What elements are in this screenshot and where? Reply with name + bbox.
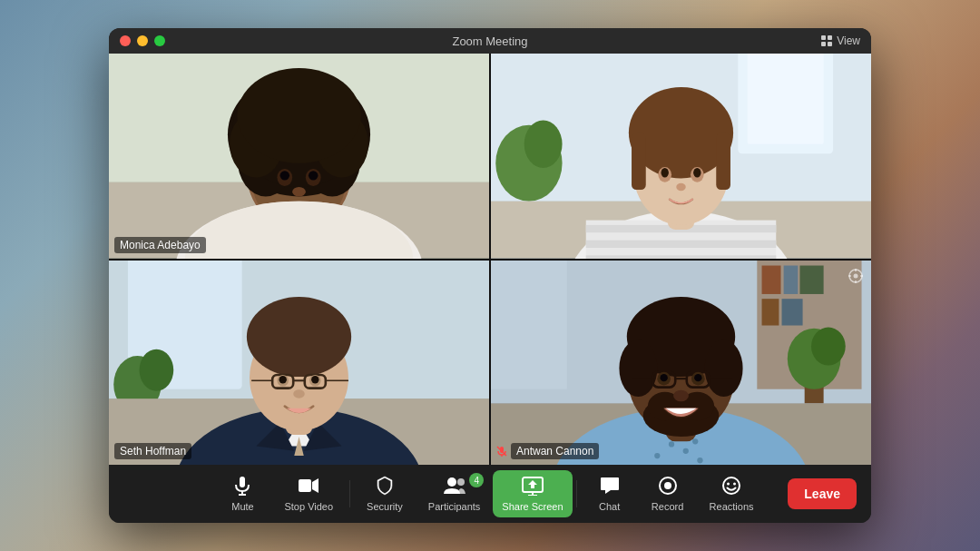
svg-point-135 <box>664 482 671 489</box>
video-icon <box>298 476 319 498</box>
mute-button[interactable]: Mute <box>213 470 271 517</box>
record-button[interactable]: Record <box>639 470 697 517</box>
chat-icon <box>600 476 620 498</box>
divider-2 <box>576 480 577 507</box>
svg-rect-80 <box>782 299 803 325</box>
participant-cell-antwan: Antwan Cannon <box>491 261 871 466</box>
svg-rect-41 <box>632 133 646 190</box>
svg-point-91 <box>697 458 702 463</box>
divider-1 <box>349 480 350 507</box>
participant-label-monica: Monica Adebayo <box>114 237 206 253</box>
svg-point-22 <box>309 171 318 180</box>
svg-point-118 <box>854 273 858 278</box>
reactions-label: Reactions <box>710 501 754 512</box>
svg-rect-42 <box>716 133 730 190</box>
view-button[interactable]: View <box>820 34 860 47</box>
svg-point-137 <box>727 483 730 486</box>
participants-label: Participants <box>428 501 480 512</box>
participants-count: 4 <box>469 473 484 487</box>
zoom-window: Zoom Meeting View <box>109 28 871 523</box>
toolbar: Mute Stop Video <box>109 465 871 523</box>
close-button[interactable] <box>120 35 131 46</box>
security-button[interactable]: Security <box>354 470 416 517</box>
mute-icon <box>232 476 252 498</box>
svg-rect-36 <box>586 241 777 248</box>
record-label: Record <box>652 501 683 512</box>
share-screen-button[interactable]: Share Screen <box>493 470 572 517</box>
maximize-button[interactable] <box>154 35 165 46</box>
svg-point-52 <box>140 349 174 390</box>
svg-rect-29 <box>748 54 824 144</box>
svg-point-128 <box>447 477 456 487</box>
svg-point-136 <box>723 477 740 494</box>
record-icon <box>658 476 678 498</box>
grid-icon <box>820 34 833 47</box>
svg-point-18 <box>237 68 360 163</box>
svg-rect-3 <box>828 42 832 46</box>
share-screen-icon <box>522 476 544 498</box>
reactions-button[interactable]: Reactions <box>697 470 767 517</box>
security-icon <box>376 476 394 498</box>
svg-rect-37 <box>586 255 777 258</box>
svg-point-23 <box>292 187 306 196</box>
svg-rect-76 <box>762 265 781 293</box>
participant-info-antwan: Antwan Cannon <box>496 443 599 459</box>
svg-rect-2 <box>821 42 826 46</box>
participant-cell-monica: Monica Adebayo <box>109 54 489 259</box>
participants-button[interactable]: Participants 4 <box>416 470 493 517</box>
svg-point-88 <box>654 452 660 458</box>
svg-point-84 <box>811 327 846 365</box>
share-screen-label: Share Screen <box>502 501 563 512</box>
stop-video-button[interactable]: Stop Video <box>271 470 346 517</box>
chat-button[interactable]: Chat <box>581 470 639 517</box>
traffic-lights <box>120 35 165 46</box>
video-grid: Monica Adebayo <box>109 54 871 465</box>
svg-point-46 <box>693 168 701 177</box>
svg-rect-0 <box>821 35 826 40</box>
svg-point-72 <box>293 389 305 398</box>
svg-point-111 <box>660 373 667 380</box>
security-label: Security <box>367 501 403 512</box>
leave-button[interactable]: Leave <box>788 478 857 509</box>
reactions-icon <box>721 476 741 498</box>
svg-point-90 <box>683 448 689 453</box>
svg-rect-123 <box>240 477 245 487</box>
svg-point-21 <box>280 171 289 180</box>
svg-point-89 <box>669 441 674 447</box>
svg-point-112 <box>694 373 701 380</box>
svg-rect-77 <box>784 265 799 293</box>
svg-rect-79 <box>762 299 779 325</box>
titlebar: Zoom Meeting View <box>109 28 871 54</box>
participant-label-seth: Seth Hoffman <box>114 443 191 459</box>
svg-point-129 <box>457 478 465 486</box>
svg-point-113 <box>673 389 689 401</box>
settings-icon-overlay[interactable] <box>848 268 864 288</box>
participant-cell-woman2 <box>491 54 871 259</box>
svg-point-31 <box>524 121 563 168</box>
mute-label: Mute <box>231 501 253 512</box>
svg-marker-133 <box>528 480 537 488</box>
settings-icon <box>848 268 864 284</box>
svg-point-47 <box>676 183 685 191</box>
svg-rect-1 <box>828 35 832 40</box>
participant-label-antwan: Antwan Cannon <box>511 443 599 459</box>
stop-video-label: Stop Video <box>284 501 333 512</box>
svg-point-138 <box>733 483 736 486</box>
participants-icon <box>443 476 466 498</box>
svg-rect-78 <box>799 265 823 293</box>
svg-point-70 <box>279 376 287 383</box>
desktop: Zoom Meeting View <box>0 0 980 551</box>
svg-point-99 <box>619 339 657 397</box>
view-label: View <box>837 34 860 47</box>
svg-marker-127 <box>312 478 318 493</box>
svg-rect-126 <box>299 479 311 492</box>
svg-point-62 <box>247 297 351 377</box>
svg-point-71 <box>311 376 318 383</box>
chat-label: Chat <box>599 501 620 512</box>
participant-cell-seth: Seth Hoffman <box>109 261 489 466</box>
window-title: Zoom Meeting <box>452 34 527 48</box>
mic-muted-icon <box>496 446 507 457</box>
svg-rect-81 <box>491 261 567 389</box>
svg-point-100 <box>705 339 743 397</box>
minimize-button[interactable] <box>137 35 148 46</box>
